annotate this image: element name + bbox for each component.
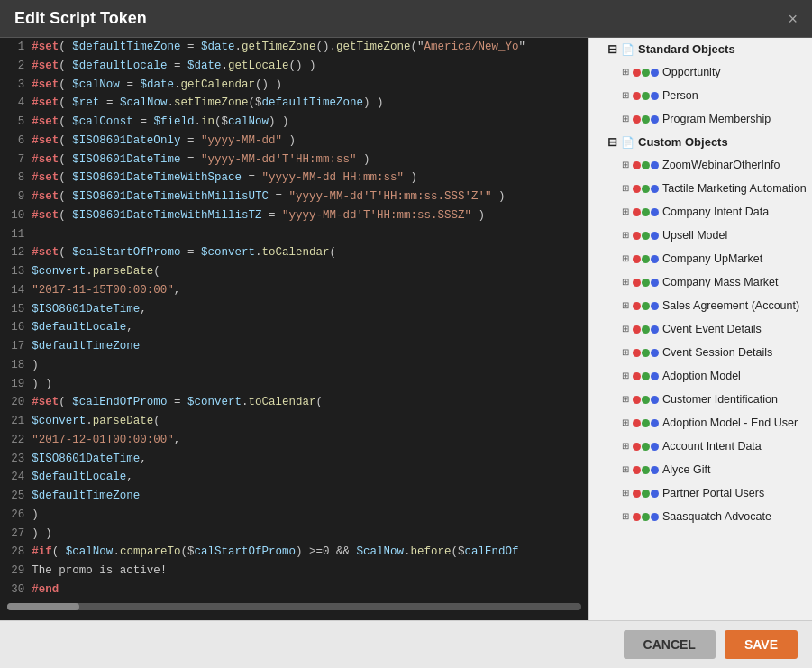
custom-object-item[interactable]: ⊞ Company Mass Market <box>589 270 812 294</box>
code-content <box>28 225 588 244</box>
custom-object-item[interactable]: ⊞ Saasquatch Advocate <box>589 505 812 528</box>
object-icon <box>633 513 659 521</box>
object-icon <box>633 208 659 216</box>
line-number: 5 <box>0 113 28 132</box>
cancel-button[interactable]: CANCEL <box>624 630 716 659</box>
object-icon <box>633 69 659 77</box>
modal-title: Edit Script Token <box>14 9 147 28</box>
expand-icon: ⊞ <box>622 462 629 477</box>
standard-object-item[interactable]: ⊞ Program Membership <box>589 107 812 131</box>
custom-object-item[interactable]: ⊞ Sales Agreement (Account) <box>589 294 812 317</box>
expand-icon: ⊞ <box>622 88 629 103</box>
code-content: $convert.parseDate( <box>28 262 588 281</box>
line-number: 29 <box>0 562 28 581</box>
expand-icon: ⊞ <box>622 228 629 242</box>
close-button[interactable]: × <box>788 11 798 27</box>
object-icon <box>633 396 659 404</box>
code-content: $defaultTimeZone <box>28 487 588 506</box>
line-number: 2 <box>0 57 28 76</box>
custom-object-item[interactable]: ⊞ Adoption Model - End User <box>589 411 812 435</box>
expand-icon: ⊞ <box>622 158 629 172</box>
object-label: Upsell Model <box>662 226 727 244</box>
line-number: 13 <box>0 262 28 281</box>
object-label: Opportunity <box>662 63 721 81</box>
code-content: #end <box>28 581 588 599</box>
code-row: 27 ) ) <box>0 525 588 544</box>
line-number: 12 <box>0 243 28 262</box>
object-label: Cvent Event Details <box>662 320 762 338</box>
code-row: 23 $ISO8601DateTime, <box>0 450 588 469</box>
object-icon <box>633 115 659 124</box>
expand-icon: ⊞ <box>622 181 629 196</box>
code-row: 6 #set( $ISO8601DateOnly = "yyyy-MM-dd" … <box>0 132 588 151</box>
custom-object-item[interactable]: ⊞ Customer Identification <box>589 388 812 411</box>
edit-script-token-modal: Edit Script Token × 1 #set( $defaultTime… <box>0 0 812 668</box>
code-row: 16 $defaultLocale, <box>0 318 588 337</box>
line-number: 25 <box>0 487 28 506</box>
custom-objects-section[interactable]: ⊟ 📄 Custom Objects <box>589 131 812 153</box>
object-label: Tactile Marketing Automation <box>662 179 807 197</box>
custom-object-item[interactable]: ⊞ Tactile Marketing Automation <box>589 177 812 200</box>
code-content: ) <box>28 506 588 525</box>
line-number: 26 <box>0 506 28 525</box>
modal-footer: CANCEL SAVE <box>0 620 812 668</box>
line-number: 24 <box>0 468 28 487</box>
code-content: #set( $calNow = $date.getCalendar() ) <box>28 76 588 95</box>
custom-object-item[interactable]: ⊞ Company UpMarket <box>589 247 812 270</box>
code-content: #set( $calConst = $field.in($calNow) ) <box>28 113 588 132</box>
object-icon <box>633 443 659 451</box>
custom-object-item[interactable]: ⊞ Upsell Model <box>589 224 812 247</box>
custom-object-item[interactable]: ⊞ Account Intent Data <box>589 435 812 458</box>
line-number: 30 <box>0 581 28 599</box>
custom-objects-list: ⊞ ZoomWebinarOtherInfo ⊞ Tactile Marketi… <box>589 153 812 528</box>
code-row: 3 #set( $calNow = $date.getCalendar() ) <box>0 76 588 95</box>
standard-object-item[interactable]: ⊞ Opportunity <box>589 60 812 84</box>
line-number: 7 <box>0 151 28 169</box>
line-number: 11 <box>0 225 28 244</box>
code-row: 29 The promo is active! <box>0 562 588 581</box>
custom-object-item[interactable]: ⊞ Company Intent Data <box>589 200 812 224</box>
expand-icon: ⊞ <box>622 439 629 453</box>
code-content: $ISO8601DateTime, <box>28 300 588 319</box>
code-content: #set( $ISO8601DateTimeWithSpace = "yyyy-… <box>28 169 588 188</box>
object-label: Saasquatch Advocate <box>662 508 771 526</box>
code-content: The promo is active! <box>28 562 588 581</box>
code-content: $convert.parseDate( <box>28 412 588 431</box>
custom-object-item[interactable]: ⊞ Adoption Model <box>589 364 812 388</box>
object-label: Adoption Model <box>662 367 741 385</box>
expand-icon: ⊞ <box>622 416 629 430</box>
line-number: 22 <box>0 431 28 450</box>
custom-object-item[interactable]: ⊞ Alyce Gift <box>589 458 812 481</box>
custom-object-item[interactable]: ⊞ Partner Portal Users <box>589 481 812 505</box>
line-number: 28 <box>0 543 28 562</box>
line-number: 27 <box>0 525 28 544</box>
code-content: ) <box>28 356 588 375</box>
code-row: 7 #set( $ISO8601DateTime = "yyyy-MM-dd'T… <box>0 151 588 169</box>
standard-objects-section[interactable]: ⊟ 📄 Standard Objects <box>589 38 812 60</box>
line-number: 1 <box>0 38 28 57</box>
code-content: "2017-12-01T00:00:00", <box>28 431 588 450</box>
expand-icon: ⊞ <box>622 486 629 500</box>
expand-icon: ⊞ <box>622 205 629 219</box>
custom-object-item[interactable]: ⊞ Cvent Session Details <box>589 341 812 364</box>
code-row: 5 #set( $calConst = $field.in($calNow) ) <box>0 113 588 132</box>
object-label: ZoomWebinarOtherInfo <box>662 156 780 174</box>
save-button[interactable]: SAVE <box>725 630 798 659</box>
object-icon <box>633 232 659 240</box>
code-row: 12 #set( $calStartOfPromo = $convert.toC… <box>0 243 588 262</box>
code-row: 24 $defaultLocale, <box>0 468 588 487</box>
line-number: 9 <box>0 188 28 206</box>
object-label: Account Intent Data <box>662 437 762 455</box>
object-icon <box>633 419 659 427</box>
collapse-icon-custom: ⊟ <box>607 135 617 149</box>
line-number: 18 <box>0 356 28 375</box>
modal-body: 1 #set( $defaultTimeZone = $date.getTime… <box>0 38 812 620</box>
standard-object-item[interactable]: ⊞ Person <box>589 84 812 107</box>
custom-object-item[interactable]: ⊞ ZoomWebinarOtherInfo <box>589 153 812 177</box>
standard-objects-label: Standard Objects <box>638 42 735 56</box>
code-content: $defaultLocale, <box>28 318 588 337</box>
custom-object-item[interactable]: ⊞ Cvent Event Details <box>589 317 812 341</box>
code-content: #set( $calStartOfPromo = $convert.toCale… <box>28 243 588 262</box>
object-icon <box>633 372 659 380</box>
code-editor[interactable]: 1 #set( $defaultTimeZone = $date.getTime… <box>0 38 588 620</box>
